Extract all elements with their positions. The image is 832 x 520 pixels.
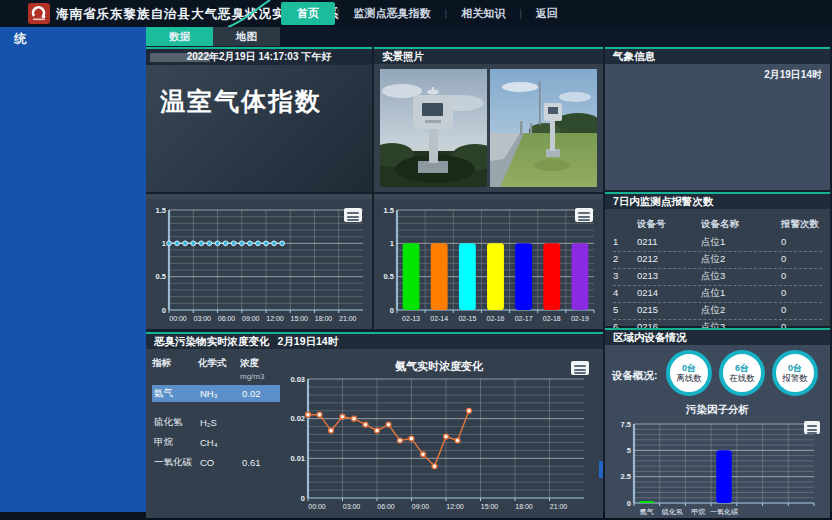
odor-panel-header: 恶臭污染物实时浓度变化 2月19日14时 [146,334,603,349]
svg-text:18:00: 18:00 [515,503,533,510]
svg-text:甲烷: 甲烷 [691,508,705,516]
svg-text:1.5: 1.5 [384,206,394,215]
photos-panel-title: 实景照片 [374,49,603,64]
odor-row-name: 一氧化碳 [154,456,200,469]
device-stat-circle-2: 6台在线数 [719,350,765,396]
site-photo-2[interactable] [490,69,597,187]
chart-menu-icon[interactable] [804,421,820,434]
svg-text:0.5: 0.5 [384,272,394,281]
svg-text:0.02: 0.02 [290,414,305,423]
nav-item-4[interactable]: 返回 [524,2,570,25]
greenhouse-panel: 2022年2月19日 14:17:03 下午好 温室气体指数 [146,47,372,192]
device-stat-count: 6台 [735,363,749,373]
alarm-row-index: 4 [613,287,637,300]
device-stat-label: 离线数 [676,373,702,383]
device-stats-row: 0台离线数6台在线数0台报警数 [666,350,818,396]
top-header-bar: 海南省乐东黎族自治县大气恶臭状况实时发布系 首页|监测点恶臭指数|相关知识|返回 [0,0,832,27]
alarm-table-row[interactable]: 20212点位20 [613,252,822,269]
svg-text:一氧化碳: 一氧化碳 [710,508,738,516]
odor-table-row[interactable]: 一氧化碳CO0.61 [152,454,280,471]
device-stat-label: 在线数 [729,373,755,383]
tab-2[interactable]: 地图 [213,27,280,46]
svg-text:0: 0 [162,306,166,315]
odor-table-row[interactable]: 硫化氢H₂S [152,414,280,431]
nav-separator: | [335,8,342,19]
alarm-row-count: 0 [781,304,822,317]
alarm-col-index [613,218,637,231]
svg-text:03:00: 03:00 [343,503,361,510]
tab-1[interactable]: 数据 [146,27,213,46]
alarm-table-row[interactable]: 10211点位10 [613,235,822,252]
odor-row-formula: CH₄ [200,437,242,448]
panel-top-strip [146,194,372,199]
svg-text:0: 0 [627,499,631,508]
svg-text:21:00: 21:00 [550,503,568,510]
view-tabbar: 数据地图 [146,27,832,46]
alarm-row-device-id: 0215 [637,304,701,317]
svg-text:09:00: 09:00 [412,503,430,510]
alarm-col-count: 报警次数 [781,218,822,231]
svg-text:0.5: 0.5 [156,272,166,281]
alarm-table-panel: 7日内监测点报警次数 设备号 设备名称 报警次数 10211点位1020212点… [605,192,830,326]
svg-text:7.5: 7.5 [621,420,631,429]
svg-text:1: 1 [162,239,166,248]
svg-text:0.01: 0.01 [290,454,305,463]
nav-item-1[interactable]: 首页 [281,2,335,25]
svg-text:0: 0 [301,494,305,503]
alarm-row-device-name: 点位3 [701,270,781,283]
alarm-row-device-name: 点位2 [701,253,781,266]
svg-text:1.5: 1.5 [156,206,166,215]
alarm-row-index: 1 [613,236,637,249]
odor-row-formula: NH₃ [200,388,242,399]
weather-panel: 气象信息 2月19日14时 [605,47,830,190]
alarm-row-count: 0 [781,287,822,300]
svg-text:00:00: 00:00 [308,503,326,510]
alarm-table: 设备号 设备名称 报警次数 10211点位1020212点位2030213点位3… [605,209,830,337]
svg-text:0.03: 0.03 [290,375,305,384]
alarm-table-row[interactable]: 30213点位30 [613,269,822,286]
nav-item-2[interactable]: 监测点恶臭指数 [342,2,443,25]
chart-menu-icon[interactable] [575,208,593,222]
dashboard-root: 海南省乐东黎族自治县大气恶臭状况实时发布系 首页|监测点恶臭指数|相关知识|返回… [0,0,832,520]
site-photo-1[interactable] [380,69,487,187]
device-stat-circle-3: 0台报警数 [772,350,818,396]
odor-row-name: 甲烷 [154,436,200,449]
chart-menu-icon[interactable] [344,208,362,222]
chart-menu-icon[interactable] [571,361,589,375]
alarm-row-device-id: 0214 [637,287,701,300]
odor-panel-body: 指标 化学式 浓度 mg/m3 氨气NH₃0.02硫化氢H₂S甲烷CH₄一氧化碳… [146,349,603,518]
alarm-row-index: 3 [613,270,637,283]
svg-text:5: 5 [627,446,631,455]
odor-col-formula: 化学式 [198,357,240,381]
alarm-table-header: 设备号 设备名称 报警次数 [613,215,822,235]
alarm-row-device-name: 点位1 [701,287,781,300]
odor-table-row[interactable]: 甲烷CH₄ [152,434,280,451]
alarm-row-count: 0 [781,270,822,283]
device-overview-label: 设备概况: [612,369,658,383]
weather-timestamp: 2月19日14时 [764,68,822,82]
svg-text:0: 0 [390,306,394,315]
device-stat-circle-1: 0台离线数 [666,350,712,396]
alarm-row-device-id: 0212 [637,253,701,266]
odor-col-indicator: 指标 [152,357,198,381]
svg-text:02-18: 02-18 [543,315,561,322]
alarm-table-row[interactable]: 40214点位10 [613,286,822,303]
odor-row-formula: H₂S [200,417,242,428]
svg-text:1: 1 [390,239,394,248]
svg-text:硫化氢: 硫化氢 [661,508,683,516]
nav-item-3[interactable]: 相关知识 [449,2,517,25]
svg-text:21:00: 21:00 [339,315,357,322]
pollution-factor-title: 污染因子分析 [605,403,830,417]
odor-col-concentration: 浓度 mg/m3 [240,357,280,381]
odor-table-row[interactable]: 氨气NH₃0.02 [152,385,280,402]
odor-panel-timestamp: 2月19日14时 [278,334,339,349]
daily-index-chart: 00.511.502-1302-1402-1502-1602-1702-1802… [377,201,600,325]
alarm-table-row[interactable]: 50215点位20 [613,303,822,320]
alarm-row-device-name: 点位2 [701,304,781,317]
svg-text:02-16: 02-16 [487,315,505,322]
nav-menu: 首页|监测点恶臭指数|相关知识|返回 [281,0,570,27]
scrollbar-thumb[interactable] [599,461,603,478]
svg-text:2.5: 2.5 [621,472,631,481]
svg-text:02-13: 02-13 [402,315,420,322]
svg-text:02-14: 02-14 [430,315,448,322]
